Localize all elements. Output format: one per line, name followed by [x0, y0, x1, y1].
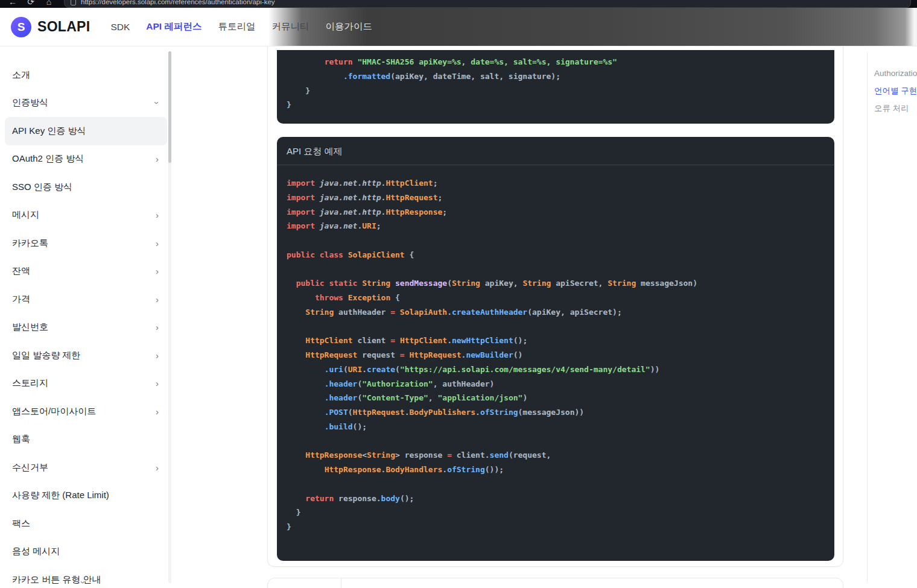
sidebar-item-label: 수신거부 — [12, 462, 48, 473]
chevron-right-icon: › — [156, 239, 159, 248]
sidebar-item-label: 팩스 — [12, 518, 30, 530]
browser-chrome: ← ⟳ ⌂ https://developers.solapi.com/refe… — [0, 0, 917, 8]
sidebar-item[interactable]: 웹훅 — [0, 426, 172, 454]
code-line: String authHeader = SolapiAuth.createAut… — [287, 305, 825, 320]
url-text: https://developers.solapi.com/references… — [81, 0, 275, 5]
solapi-logo-icon: S — [11, 17, 31, 37]
sidebar-item-label: 웹훅 — [12, 434, 30, 445]
chevron-right-icon: › — [156, 154, 159, 163]
refresh-icon[interactable]: ⟳ — [22, 0, 40, 7]
browser-chrome-inner: ← ⟳ ⌂ https://developers.solapi.com/refe… — [4, 0, 911, 8]
sidebar-item-label: 일일 발송량 제한 — [12, 350, 80, 361]
sidebar-item-label: OAuth2 인증 방식 — [12, 153, 84, 165]
chevron-right-icon: › — [156, 323, 159, 332]
nav-item[interactable]: 튜토리얼 — [218, 21, 255, 33]
sidebar-item[interactable]: OAuth2 인증 방식› — [0, 145, 172, 174]
code-line: throws Exception { — [287, 291, 825, 305]
code-block-top: return "HMAC-SHA256 apiKey=%s, date=%s, … — [277, 50, 834, 124]
chevron-right-icon: › — [156, 407, 159, 416]
code-line: .formatted(apiKey, dateTime, salt, signa… — [287, 69, 825, 84]
sidebar-item-label: 메시지 — [12, 209, 39, 221]
code-line: .header("Authorization", authHeader) — [287, 377, 825, 391]
sidebar-item[interactable]: 음성 메시지 — [0, 538, 172, 566]
sidebar-item[interactable]: 스토리지› — [0, 370, 172, 398]
sidebar-item-label: 스토리지 — [12, 378, 48, 389]
sidebar-item-label: API Key 인증 방식 — [12, 125, 86, 137]
sidebar-item-label: 음성 메시지 — [12, 546, 60, 557]
sidebar-item[interactable]: 메시지› — [0, 201, 172, 230]
chevron-down-icon: › — [153, 101, 162, 104]
code-line: public class SolapiClient { — [287, 248, 825, 262]
code-block-top-body: return "HMAC-SHA256 apiKey=%s, date=%s, … — [277, 50, 834, 112]
sidebar-item-label: 앱스토어/마이사이트 — [12, 406, 96, 417]
sidebar-item-label: 가격 — [12, 294, 30, 305]
sidebar-item[interactable]: 인증방식› — [0, 89, 172, 118]
code-block-example-body: import java.net.http.HttpClient;import j… — [277, 165, 834, 534]
sidebar-item[interactable]: 가격› — [0, 285, 172, 314]
code-line: HttpResponse.BodyHandlers.ofString()); — [287, 463, 825, 477]
code-block-title: API 요청 예제 — [277, 137, 834, 165]
toc-list: Authorization언어별 구현 예오류 처리 — [874, 65, 917, 117]
code-line: public static String sendMessage(String … — [287, 276, 825, 291]
sidebar-item[interactable]: 카카오 버튼 유형 안내 — [0, 566, 172, 588]
nav-item[interactable]: 커뮤니티 — [271, 21, 309, 33]
code-line: import java.net.http.HttpClient; — [287, 176, 825, 191]
sidebar-item-label: 잔액 — [12, 265, 30, 277]
sidebar-item[interactable]: 사용량 제한 (Rate Limit) — [0, 482, 172, 510]
code-line: HttpClient client = HttpClient.newHttpCl… — [287, 334, 825, 348]
code-line: } — [287, 520, 825, 534]
toc-item[interactable]: Authorization — [874, 65, 917, 82]
code-line: .build(); — [287, 420, 825, 434]
sidebar-item[interactable]: 잔액› — [0, 258, 172, 286]
nav-item[interactable]: 이용가이드 — [325, 21, 372, 33]
sidebar-item-label: 소개 — [12, 69, 30, 81]
main-content: return "HMAC-SHA256 apiKey=%s, date=%s, … — [172, 46, 917, 588]
back-icon[interactable]: ← — [4, 0, 22, 7]
code-line: import java.net.http.HttpResponse; — [287, 205, 825, 220]
chevron-right-icon: › — [156, 463, 159, 472]
code-line: import java.net.URI; — [287, 219, 825, 233]
toc-item[interactable]: 오류 처리 — [874, 100, 917, 117]
site-header: S SOLAPI SDKAPI 레퍼런스튜토리얼커뮤니티이용가이드 — [0, 8, 917, 46]
sidebar-item[interactable]: 발신번호› — [0, 314, 172, 342]
header-nav: SDKAPI 레퍼런스튜토리얼커뮤니티이용가이드 — [110, 21, 372, 33]
home-icon[interactable]: ⌂ — [40, 0, 58, 7]
sidebar-scrollbar-thumb[interactable] — [168, 51, 171, 163]
sidebar-item[interactable]: 수신거부› — [0, 454, 172, 482]
sidebar-scroll-down-icon[interactable]: › — [78, 581, 89, 584]
sidebar-item[interactable]: SSO 인증 방식 — [0, 173, 172, 201]
code-line: } — [287, 98, 825, 112]
sidebar-item[interactable]: 앱스토어/마이사이트› — [0, 397, 172, 426]
code-line: return "HMAC-SHA256 apiKey=%s, date=%s, … — [287, 55, 825, 69]
nav-item[interactable]: API 레퍼런스 — [146, 21, 201, 33]
sidebar-item-label: SSO 인증 방식 — [12, 182, 72, 193]
sidebar-item[interactable]: 소개 — [0, 61, 172, 89]
sidebar-item[interactable]: 팩스 — [0, 510, 172, 538]
sidebar-scrollbar-track[interactable] — [168, 51, 171, 583]
code-tab[interactable] — [268, 578, 341, 588]
sidebar-item[interactable]: API Key 인증 방식 — [5, 117, 167, 145]
sidebar-item-label: 인증방식 — [12, 97, 48, 109]
code-line: .POST(HttpRequest.BodyPublishers.ofStrin… — [287, 405, 825, 420]
nav-item[interactable]: SDK — [110, 22, 130, 33]
sidebar-item-label: 카카오톡 — [12, 238, 48, 249]
code-line — [287, 320, 825, 334]
sidebar-item[interactable]: 일일 발송량 제한› — [0, 341, 172, 370]
code-block-example: API 요청 예제 import java.net.http.HttpClien… — [277, 137, 834, 561]
code-line — [287, 233, 825, 248]
logo-text: SOLAPI — [37, 19, 90, 35]
code-line: HttpResponse<String> response = client.s… — [287, 448, 825, 463]
toc-item[interactable]: 언어별 구현 예 — [874, 82, 917, 100]
sidebar-item-label: 사용량 제한 (Rate Limit) — [12, 490, 109, 501]
logo[interactable]: S SOLAPI — [11, 17, 90, 37]
code-line: return response.body(); — [287, 492, 825, 506]
code-line: HttpRequest request = HttpRequest.newBui… — [287, 348, 825, 362]
code-line: } — [287, 84, 825, 98]
url-bar[interactable]: https://developers.solapi.com/references… — [64, 0, 911, 8]
code-line: .header("Content-Type", "application/jso… — [287, 391, 825, 405]
code-line: .uri(URI.create("https://api.solapi.com/… — [287, 362, 825, 377]
sidebar-item[interactable]: 카카오톡› — [0, 229, 172, 258]
sidebar-list: 소개인증방식›API Key 인증 방식OAuth2 인증 방식›SSO 인증 … — [0, 46, 172, 588]
code-line: } — [287, 505, 825, 520]
code-line: import java.net.http.HttpRequest; — [287, 191, 825, 205]
